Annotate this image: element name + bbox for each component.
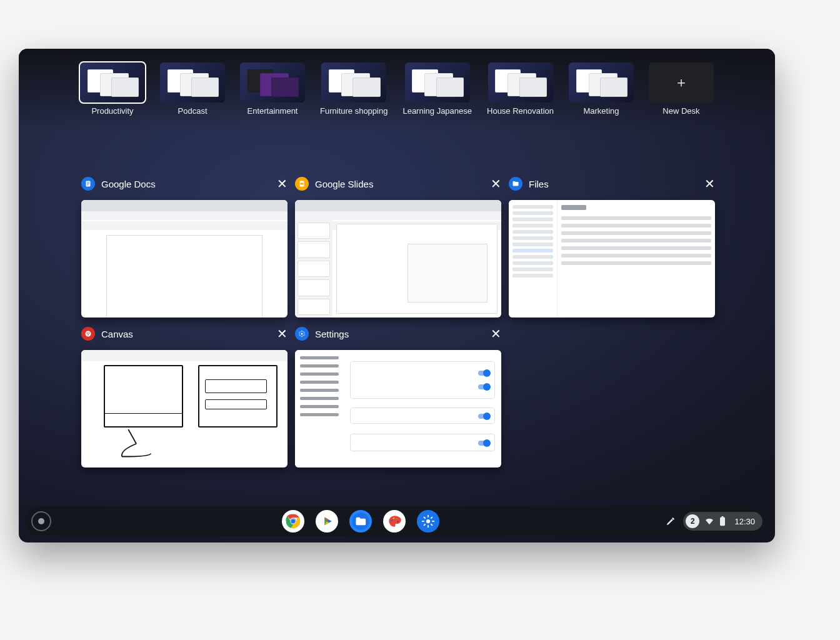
shelf-apps <box>56 510 664 532</box>
window-preview-settings[interactable] <box>295 350 501 468</box>
status-area[interactable]: 2 12:30 <box>683 512 762 531</box>
window-preview-slides[interactable] <box>295 200 501 318</box>
desk-renovation[interactable]: House Renovation <box>487 62 554 130</box>
desk-japanese[interactable]: Learning Japanese <box>402 62 472 130</box>
window-title: Canvas <box>101 329 133 339</box>
svg-point-25 <box>397 521 399 522</box>
close-icon[interactable]: ✕ <box>704 178 715 189</box>
status-tray: 2 12:30 <box>664 512 762 531</box>
settings-icon <box>295 327 309 341</box>
wifi-icon <box>704 516 714 526</box>
battery-icon <box>719 516 729 526</box>
svg-rect-1 <box>87 182 89 183</box>
window-preview-files[interactable] <box>509 200 715 318</box>
new-desk-button[interactable]: ＋ New Desk <box>649 62 714 130</box>
clock: 12:30 <box>734 517 755 526</box>
desks-bar: Productivity Podcast Entertainment Furni… <box>19 49 775 130</box>
svg-rect-5 <box>301 183 304 185</box>
plus-icon: ＋ <box>674 73 688 92</box>
window-header-slides: Google Slides ✕ <box>295 174 501 194</box>
desk-label: Marketing <box>583 106 619 116</box>
desk-productivity[interactable]: Productivity <box>80 62 145 130</box>
svg-point-9 <box>88 334 89 336</box>
desk-podcast[interactable]: Podcast <box>160 62 225 130</box>
window-title: Settings <box>315 329 349 339</box>
desk-label: House Renovation <box>487 106 554 116</box>
desk-label: Productivity <box>91 106 133 116</box>
svg-point-22 <box>391 520 392 522</box>
window-title: Files <box>529 179 549 189</box>
svg-point-23 <box>392 518 394 519</box>
desk-label: Furniture shopping <box>320 106 388 116</box>
window-title: Google Slides <box>315 179 373 189</box>
close-icon[interactable]: ✕ <box>276 178 288 189</box>
svg-rect-3 <box>87 185 89 186</box>
svg-point-10 <box>301 333 303 335</box>
close-icon[interactable]: ✕ <box>490 178 501 189</box>
shelf-app-canvas[interactable] <box>383 510 406 532</box>
docs-icon <box>81 177 95 191</box>
shelf-app-play-store[interactable] <box>316 510 338 532</box>
svg-rect-2 <box>87 184 89 184</box>
shelf-app-chrome[interactable] <box>282 510 304 532</box>
new-desk-label: New Desk <box>662 106 699 116</box>
launcher-icon <box>38 518 44 524</box>
window-preview-canvas[interactable] <box>81 350 288 468</box>
svg-rect-37 <box>722 516 724 518</box>
svg-point-8 <box>89 332 90 334</box>
window-header-files: Files ✕ <box>509 174 715 194</box>
desk-label: Learning Japanese <box>402 106 472 116</box>
canvas-icon <box>81 327 95 341</box>
overview-grid: Google Docs ✕ Google Slides ✕ Files ✕ <box>19 130 775 468</box>
svg-rect-36 <box>720 518 725 526</box>
shelf-app-files[interactable] <box>349 510 372 532</box>
window-header-canvas: Canvas ✕ <box>81 324 288 344</box>
desk-label: Podcast <box>178 106 208 116</box>
launcher-button[interactable] <box>31 511 51 531</box>
desk-entertainment[interactable]: Entertainment <box>240 62 305 130</box>
shelf: 2 12:30 <box>25 506 769 536</box>
svg-point-6 <box>86 331 91 337</box>
desk-furniture[interactable]: Furniture shopping <box>320 62 388 130</box>
svg-point-24 <box>396 518 398 520</box>
window-title: Google Docs <box>101 179 156 189</box>
svg-point-27 <box>426 519 430 523</box>
slides-icon <box>295 177 309 191</box>
desk-marketing[interactable]: Marketing <box>569 62 634 130</box>
window-header-settings: Settings ✕ <box>295 324 501 344</box>
close-icon[interactable]: ✕ <box>490 328 501 339</box>
svg-point-7 <box>87 332 88 334</box>
shelf-app-settings[interactable] <box>417 510 439 532</box>
notification-count: 2 <box>686 514 699 528</box>
stylus-tools-icon[interactable] <box>664 515 677 528</box>
window-header-docs: Google Docs ✕ <box>81 174 288 194</box>
close-icon[interactable]: ✕ <box>276 328 288 339</box>
desk-label: Entertainment <box>248 106 298 116</box>
window-preview-docs[interactable] <box>81 200 288 318</box>
svg-point-14 <box>291 519 295 523</box>
chromeos-overview-screen: Productivity Podcast Entertainment Furni… <box>19 49 775 542</box>
files-icon <box>509 177 522 191</box>
